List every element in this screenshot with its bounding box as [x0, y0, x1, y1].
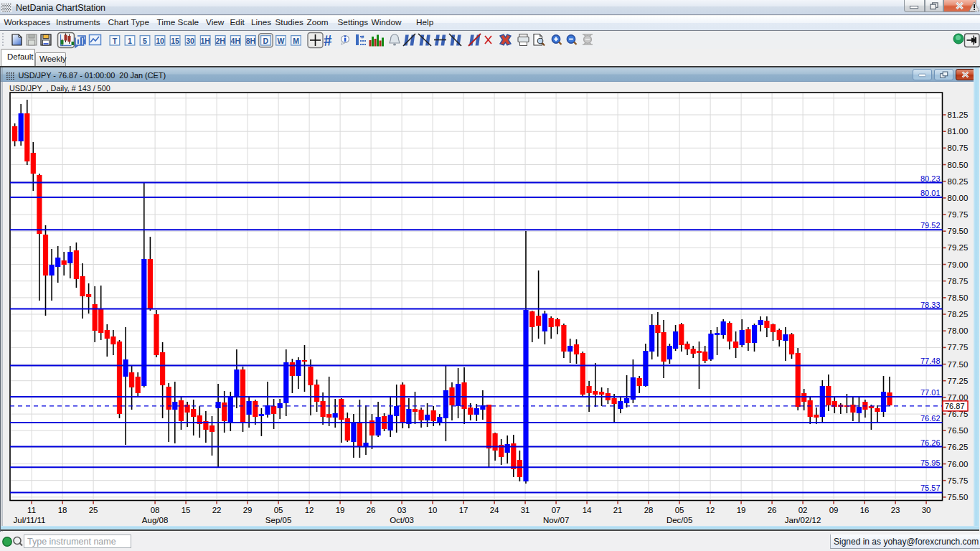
svg-text:5: 5 — [143, 37, 147, 45]
svg-text:30: 30 — [186, 37, 194, 45]
svg-text:4H: 4H — [231, 37, 240, 45]
svg-text:T: T — [113, 37, 118, 45]
svg-text:10: 10 — [156, 37, 164, 45]
svg-text:1: 1 — [128, 37, 132, 45]
svg-text:15: 15 — [171, 37, 179, 45]
svg-text:W: W — [278, 37, 285, 45]
svg-text:1H: 1H — [200, 37, 209, 45]
svg-text:2H: 2H — [215, 37, 225, 45]
svg-text:8H: 8H — [246, 37, 255, 45]
svg-text:#: # — [323, 32, 333, 49]
svg-text:#: # — [361, 34, 364, 40]
svg-text:M: M — [293, 37, 299, 45]
svg-text:D: D — [263, 37, 269, 45]
